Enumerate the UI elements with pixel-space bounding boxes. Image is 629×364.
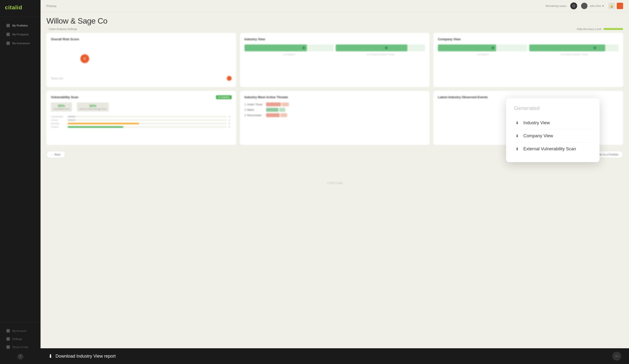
company-dot-1 [492,47,494,49]
threat-bar-3a [266,113,280,117]
industry-label-2: Low Frequency Medium Threats [336,53,425,55]
dropdown-item-industry[interactable]: ⬇ Industry View [514,117,592,129]
vuln-scores: 85% Vulnerability Score 60% Vendor Postu… [51,103,232,112]
breadcrumb[interactable]: › Cyber Analysis Settings [46,27,77,30]
bottom-bar: ⬇ Download Industry View report ··· [40,348,629,364]
vuln-count-catastrophic: 4 [229,116,232,118]
industry-mini-chart-2 [336,44,425,51]
user-label: John Doe ▼ [590,4,605,7]
threats-list: 1. Insider Threat 2. Malice [244,103,425,117]
vulnerability-scan-card: Vulnerability Scan SCANNING 85% Vulnerab… [46,91,236,145]
vuln-bars: Catastrophic 4 Critical 4 [51,116,232,128]
download-company-icon: ⬇ [514,133,520,139]
breadcrumb-label: Cyber Analysis Settings [49,27,77,30]
industry-chart-area: Low Segment Low Frequency Medium Threats [244,44,425,55]
vuln-bar-critical: Critical 4 [51,119,232,121]
sidebar-item-terms[interactable]: Terms of Use [2,343,39,351]
scanning-badge [570,2,577,9]
industry-bar-2 [336,44,407,51]
threats-card: Industry Most Active Threats 1. Insider … [240,91,430,145]
industry-label-1: Low Segment [244,53,334,55]
doc-icon [6,345,10,349]
vuln-label-critical: Critical [51,119,66,121]
vuln-label-warning: Warning [51,122,66,125]
industry-bar-1 [244,44,307,51]
data-accuracy-label: Data Accuracy Level [577,27,602,30]
bottom-bar-left: ⬇ Download Industry View report [48,353,116,359]
bottom-bar-more-button[interactable]: ··· [612,352,621,361]
page-title: Willow & Sage Co [46,16,623,25]
alert-button[interactable] [617,3,623,9]
company-bar-1 [438,44,496,51]
industry-dot-1 [303,47,305,49]
bottom-download-icon: ⬇ [48,353,53,359]
company-view-title: Company View [438,37,619,41]
dropdown-item-company[interactable]: ⬇ Company View [514,129,592,142]
logo-text: citalid [5,4,36,11]
threats-title: Industry Most Active Threats [244,95,425,99]
sidebar-nav: My Portfolios My Prospects My Insurances [0,17,40,323]
dropdown-item-vuln[interactable]: ⬇ External Vulnerability Scan [514,142,592,155]
company-mini-chart-1 [438,44,527,51]
vuln-score-value: 85% [53,104,70,108]
sidebar-item-settings-label: Settings [12,338,22,340]
user-info[interactable]: John Doe ▼ [581,3,605,9]
threat-row-3: 3. Ransomware [244,113,425,117]
gear-icon [6,337,10,341]
threat-bar-1a [266,103,281,106]
industry-mini-chart-1 [244,44,334,51]
topbar: Prisma Remaining scans John Doe ▼ 🔔 [40,0,629,12]
tactics-label: Tactics Info [51,77,63,80]
dropdown-header: Generated [514,105,592,112]
sidebar-item-prospects-label: My Prospects [12,33,29,36]
grid-icon [6,24,10,27]
sidebar-item-account[interactable]: My Account [2,327,39,335]
vuln-count-critical: 4 [229,119,232,121]
sidebar-item-settings[interactable]: Settings [2,335,39,343]
vuln-track-critical [68,119,227,121]
notification-button[interactable]: 🔔 [608,3,615,9]
vuln-bar-catastrophic: Catastrophic 4 [51,116,232,118]
vuln-label-catastrophic: Catastrophic [51,116,66,118]
threat-bars-2 [266,108,425,112]
sidebar-bottom: My Account Settings Terms of Use ? [0,323,40,364]
company-chart-area: Low Segment Low Frequency Medium Threats [438,44,619,55]
company-chart-labels: Low Segment Low Frequency Medium Threats [438,53,619,55]
sidebar-item-terms-label: Terms of Use [12,346,28,349]
cards-row-top: Overall Risk Score C Tactics Info Indust… [46,33,623,87]
footer-text: © 2023 Citalid [327,182,342,184]
sidebar-item-portfolios[interactable]: My Portfolios [2,21,39,30]
bottom-bar-title: Download Industry View report [55,354,116,359]
vuln-score-box: 85% Vulnerability Score [51,103,72,112]
vuln-bar-warning: Warning 4 [51,122,232,125]
vuln-label-positive: Positive [51,126,66,128]
sidebar-item-prospects[interactable]: My Prospects [2,30,39,39]
threat-label-3: 3. Ransomware [244,114,264,117]
vuln-title: Vulnerability Scan [51,95,232,99]
dropdown-panel: Generated ⬇ Industry View ⬇ Company View… [506,98,600,162]
sidebar-help: ? [0,351,40,362]
dropdown-industry-label: Industry View [523,120,550,125]
sidebar-item-insurances-label: My Insurances [12,42,30,45]
vuln-fill-warning [68,123,139,124]
sidebar-item-insurances[interactable]: My Insurances [2,39,39,47]
company-chart-row [438,44,619,51]
vuln-count-warning: 4 [229,122,232,125]
company-label-1: Low Segment [438,53,527,55]
help-icon[interactable]: ? [17,354,23,360]
scanning-icon [572,4,575,8]
avatar [581,3,588,9]
vuln-track-catastrophic [68,116,227,118]
tactics-dot [227,76,232,81]
breadcrumb-arrow-icon: › [46,28,47,30]
topbar-title: Prisma [46,4,56,8]
content-area: Overall Risk Score C Tactics Info Indust… [40,33,629,364]
download-industry-icon: ⬇ [514,120,520,126]
topbar-right: Remaining scans John Doe ▼ 🔔 [546,2,623,9]
back-button[interactable]: ← Back [46,151,65,158]
threat-bars-1 [266,103,425,106]
vuln-score-label: Vulnerability Score [53,108,70,110]
accuracy-bar [604,28,623,30]
industry-chart-row [244,44,425,51]
dropdown-vuln-label: External Vulnerability Scan [523,146,576,151]
